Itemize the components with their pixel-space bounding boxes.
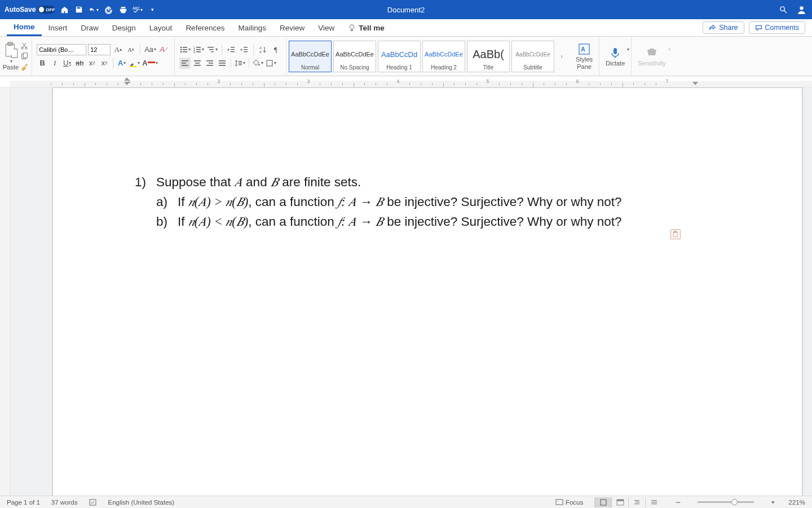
spelling-status-icon[interactable]	[89, 498, 97, 506]
tab-mailings[interactable]: Mailings	[231, 19, 273, 36]
format-painter-icon[interactable]	[20, 63, 29, 72]
tell-me[interactable]: Tell me	[341, 19, 391, 36]
line-spacing-icon[interactable]: ▾	[234, 58, 246, 69]
zoom-level[interactable]: 221%	[789, 499, 805, 506]
style-heading1[interactable]: AaBbCcDdHeading 1	[378, 41, 421, 72]
multilevel-list-icon[interactable]: ▾	[206, 44, 218, 55]
vertical-ruler[interactable]	[0, 87, 10, 496]
align-center-icon[interactable]	[192, 58, 203, 69]
zoom-in-icon[interactable]: +	[769, 498, 778, 506]
svg-rect-30	[244, 51, 248, 52]
change-case-icon[interactable]: Aa▾	[144, 44, 157, 55]
svg-rect-40	[209, 63, 213, 64]
shading-icon[interactable]: ▾	[252, 58, 264, 69]
style-normal[interactable]: AaBbCcDdEeNormal	[289, 41, 332, 72]
search-icon[interactable]	[778, 6, 788, 14]
style-no-spacing[interactable]: AaBbCcDdEeNo Spacing	[333, 41, 376, 72]
shrink-font-icon[interactable]: A▾	[125, 44, 136, 55]
sort-icon[interactable]: AZ	[257, 44, 268, 55]
document-title: Document2	[387, 6, 425, 14]
text-effects-icon[interactable]: A▾	[116, 58, 127, 69]
paste-options-icon[interactable]	[670, 229, 681, 239]
grow-font-icon[interactable]: A▴	[112, 44, 123, 55]
page-indicator[interactable]: Page 1 of 1	[7, 499, 40, 506]
numbering-icon[interactable]: 123▾	[193, 44, 205, 55]
tab-insert[interactable]: Insert	[42, 19, 74, 36]
share-button[interactable]: Share	[703, 21, 744, 34]
account-icon[interactable]	[796, 5, 806, 15]
style-title[interactable]: AaBb(Title	[467, 41, 510, 72]
zoom-slider[interactable]	[698, 501, 754, 503]
style-subtitle[interactable]: AaBbCcDdEeSubtitle	[511, 41, 554, 72]
svg-rect-35	[182, 65, 188, 66]
comments-button[interactable]: Comments	[749, 21, 805, 34]
font-size-select[interactable]	[88, 44, 111, 55]
dictate-button[interactable]: Dictate	[602, 46, 628, 67]
font-name-select[interactable]	[37, 44, 86, 55]
svg-rect-47	[239, 64, 242, 65]
svg-rect-26	[231, 49, 235, 50]
tab-home[interactable]: Home	[7, 19, 42, 36]
document-content[interactable]: 1) Suppose that 𝐴 and 𝐵 are finite sets.…	[135, 173, 762, 232]
spellcheck-icon[interactable]: ABC▾	[133, 6, 143, 14]
styles-more-icon[interactable]: ›	[556, 51, 567, 62]
styles-pane-button[interactable]: A Styles Pane	[572, 42, 596, 69]
print-icon[interactable]	[118, 6, 128, 14]
cut-icon[interactable]	[20, 41, 29, 50]
web-layout-view-icon[interactable]	[611, 497, 628, 507]
decrease-indent-icon[interactable]	[226, 44, 237, 55]
align-left-icon[interactable]	[179, 58, 191, 69]
horizontal-ruler[interactable]: 1234567	[0, 76, 812, 87]
increase-indent-icon[interactable]	[239, 44, 250, 55]
tab-references[interactable]: References	[179, 19, 231, 36]
style-heading2[interactable]: AaBbCcDdEeHeading 2	[422, 41, 465, 72]
justify-icon[interactable]	[217, 58, 228, 69]
svg-rect-15	[183, 51, 187, 52]
paste-button[interactable]: ▾ Paste	[3, 42, 19, 71]
align-right-icon[interactable]	[204, 58, 215, 69]
svg-rect-59	[634, 500, 639, 501]
zoom-out-icon[interactable]: −	[673, 497, 683, 507]
subscript-button[interactable]: x2	[86, 58, 98, 69]
svg-rect-21	[196, 51, 201, 52]
language-indicator[interactable]: English (United States)	[108, 499, 175, 506]
autosave-label: AutoSave	[5, 6, 36, 14]
save-icon[interactable]	[74, 6, 84, 14]
svg-rect-63	[651, 502, 657, 502]
italic-button[interactable]: I	[49, 58, 60, 69]
tab-view[interactable]: View	[311, 19, 341, 36]
customize-qat-icon[interactable]: ▾	[147, 7, 157, 12]
underline-button[interactable]: U▾	[61, 58, 73, 69]
tab-review[interactable]: Review	[273, 19, 311, 36]
redo-icon[interactable]	[103, 6, 113, 14]
svg-rect-43	[219, 63, 226, 64]
svg-rect-44	[219, 65, 226, 66]
superscript-button[interactable]: x2	[99, 58, 110, 69]
tab-layout[interactable]: Layout	[143, 19, 179, 36]
print-layout-view-icon[interactable]	[594, 497, 611, 507]
borders-icon[interactable]: ▾	[265, 58, 277, 69]
tab-draw[interactable]: Draw	[74, 19, 105, 36]
strikethrough-button[interactable]: ab	[74, 58, 85, 69]
clear-formatting-icon[interactable]: A	[158, 44, 170, 55]
show-marks-icon[interactable]: ¶	[270, 44, 281, 55]
svg-text:A: A	[259, 46, 262, 50]
tab-design[interactable]: Design	[105, 19, 143, 36]
outline-view-icon[interactable]	[628, 497, 645, 507]
autosave-toggle[interactable]: AutoSave OFF	[5, 6, 55, 14]
highlight-icon[interactable]: ▾	[129, 58, 140, 69]
bullets-icon[interactable]: ▾	[179, 44, 191, 55]
bold-button[interactable]: B	[37, 58, 48, 69]
document-page[interactable]: 1) Suppose that 𝐴 and 𝐵 are finite sets.…	[52, 87, 802, 496]
svg-rect-39	[206, 60, 213, 62]
focus-mode[interactable]: Focus	[555, 499, 583, 506]
font-color-icon[interactable]: A▾	[142, 58, 158, 69]
svg-rect-55	[556, 500, 563, 505]
copy-icon[interactable]	[20, 52, 29, 61]
undo-icon[interactable]: ▾	[89, 6, 99, 14]
word-count[interactable]: 37 words	[51, 499, 78, 506]
home-icon[interactable]	[59, 6, 69, 14]
right-indent-icon[interactable]	[692, 82, 698, 85]
draft-view-icon[interactable]	[645, 497, 662, 507]
svg-rect-46	[239, 63, 242, 63]
